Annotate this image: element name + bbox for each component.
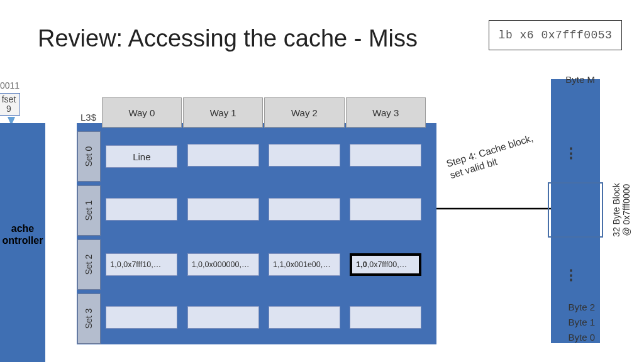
set-header-2: Set 2 [77,239,101,290]
cache-controller-label: ache ontroller [0,222,45,246]
memory-byte-1: Byte 1 [568,317,595,327]
memory-byte-2: Byte 2 [568,302,595,312]
cache-line [350,144,421,167]
memory-block-outline [548,182,603,238]
cache-line [350,198,421,221]
step4-annotation: Step 4: Cache block, set valid bit [445,132,538,182]
cache-line [350,306,421,329]
set-header-0: Set 0 [77,131,101,182]
cache-line-s2w3-highlight: 1,0,0x7fff00,… [350,253,421,276]
offset-field-box: fset 9 [0,93,20,116]
memory-byte-m: Byte M [565,74,595,85]
l3-cache: Way 0 Way 1 Way 2 Way 3 Set 0 Line Set 1 [77,123,436,344]
way-header-3: Way 3 [346,97,426,128]
cache-table: Way 0 Way 1 Way 2 Way 3 Set 0 Line Set 1 [76,94,427,348]
cache-line-s2w0: 1,0,0x7fff10,… [106,253,177,276]
set-header-3: Set 3 [77,293,101,344]
cache-line-label: Line [106,145,177,168]
instruction-box: lb x6 0x7fff0053 [489,20,622,50]
vdots-icon: ⋮ [564,272,578,278]
vdots-icon: ⋮ [564,150,578,156]
way-header-1: Way 1 [183,97,263,128]
offset-label-a: fset [2,95,16,104]
cache-line [187,306,259,329]
set-header-1: Set 1 [77,185,101,236]
memory-byte-0: Byte 0 [568,332,595,343]
cache-line [269,306,340,329]
cache-line [269,198,340,221]
cache-line [106,198,177,221]
binary-suffix: 0011 [0,80,23,90]
memory-block-label: 32 Byte Block@ 0x7fff0000 [615,184,628,236]
way-header-2: Way 2 [264,97,344,128]
page-title: Review: Accessing the cache - Miss [38,25,418,52]
cache-line [106,306,177,329]
way-header-0: Way 0 [102,97,182,128]
offset-label-b: 9 [6,104,11,114]
cache-line [187,198,259,221]
cache-line-s2w1: 1,0,0x000000,… [187,253,259,276]
cache-line-s2w2: 1,1,0x001e00,… [269,253,340,276]
cache-line [187,144,259,167]
cache-line [269,144,340,167]
